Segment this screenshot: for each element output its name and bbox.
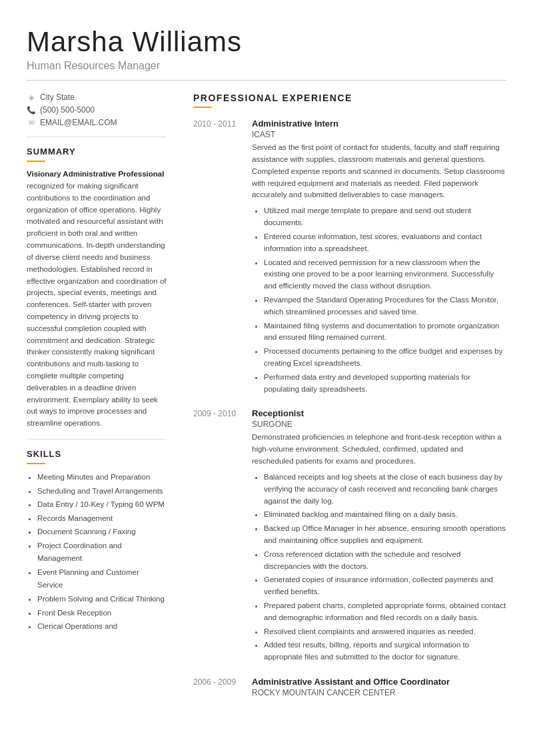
job-desc-1: Served as the first point of contact for… <box>252 142 506 201</box>
header-divider <box>27 80 506 81</box>
summary-section: SUMMARY Visionary Administrative Profess… <box>27 147 167 430</box>
skill-item: Scheduling and Travel Arrangements <box>37 485 167 498</box>
skill-item: Document Scanning / Faxing <box>37 526 167 539</box>
bullet: Utilized mail merge template to prepare … <box>264 205 506 229</box>
skill-item: Front Desk Reception <box>37 607 167 620</box>
job-header-2: 2009 - 2010 Receptionist <box>193 408 506 418</box>
summary-text-body: recognized for making significant contri… <box>27 182 167 427</box>
contact-location-text: City State <box>40 93 75 102</box>
skill-item: Records Management <box>37 512 167 526</box>
skill-item: Data Entry / 10-Key / Typing 60 WPM <box>37 498 167 512</box>
job-dates-1: 2010 - 2011 <box>193 119 241 129</box>
contact-section: ◈ City State 📞 (500) 500-5000 ✉ EMAIL@EM… <box>27 93 167 127</box>
skill-item: Problem Solving and Critical Thinking <box>37 593 167 606</box>
summary-divider <box>27 439 167 440</box>
left-column: ◈ City State 📞 (500) 500-5000 ✉ EMAIL@EM… <box>27 93 173 711</box>
email-icon: ✉ <box>27 118 36 127</box>
job-company-2: SURGONE <box>252 420 506 429</box>
summary-title: SUMMARY <box>27 147 167 157</box>
prof-exp-underline <box>193 107 212 108</box>
contact-email-text: EMAIL@EMAIL.COM <box>40 118 117 127</box>
job-block-1: 2010 - 2011 Administrative Intern ICAST … <box>193 119 506 395</box>
contact-email: ✉ EMAIL@EMAIL.COM <box>27 118 167 127</box>
skill-item: Event Planning and Customer Service <box>37 566 167 592</box>
job-title-company-3: Administrative Assistant and Office Coor… <box>252 677 506 687</box>
job-content-2: SURGONE Demonstrated proficiencies in te… <box>252 420 506 663</box>
bullet: Balanced receipts and log sheets at the … <box>264 472 506 507</box>
contact-divider <box>27 137 167 137</box>
skills-section: SKILLS Meeting Minutes and Preparation S… <box>27 449 167 633</box>
prof-exp-title: PROFESSIONAL EXPERIENCE <box>193 93 506 103</box>
job-company-3: ROCKY MOUNTAIN CANCER CENTER <box>252 688 506 697</box>
job-title-company-1: Administrative Intern <box>252 119 506 129</box>
summary-bold: Visionary Administrative Professional <box>27 170 164 178</box>
bullet: Added test results, billing, reports and… <box>264 639 506 663</box>
job-dates-3: 2006 - 2009 <box>193 677 241 687</box>
skills-title: SKILLS <box>27 449 167 459</box>
header: Marsha Williams Human Resources Manager <box>27 27 506 81</box>
pin-icon: ◈ <box>27 93 36 102</box>
bullet: Generated copies of insurance informatio… <box>264 574 506 598</box>
skills-list: Meeting Minutes and Preparation Scheduli… <box>27 471 167 633</box>
contact-location: ◈ City State <box>27 93 167 102</box>
bullet: Backed up Office Manager in her absence,… <box>264 523 506 547</box>
bullet: Located and received permission for a ne… <box>264 257 506 292</box>
job-dates-2: 2009 - 2010 <box>193 408 241 418</box>
job-desc-2: Demonstrated proficiencies in telephone … <box>252 432 506 467</box>
skills-underline <box>27 463 45 464</box>
skill-item: Meeting Minutes and Preparation <box>37 471 167 484</box>
bullet: Prepared patient charts, completed appro… <box>264 600 506 624</box>
job-block-3: 2006 - 2009 Administrative Assistant and… <box>193 677 506 697</box>
job-bullets-1: Utilized mail merge template to prepare … <box>252 205 506 395</box>
contact-phone: 📞 (500) 500-5000 <box>27 105 167 115</box>
job-header-3: 2006 - 2009 Administrative Assistant and… <box>193 677 506 687</box>
candidate-title: Human Resources Manager <box>27 60 506 72</box>
bullet: Maintained filing systems and documentat… <box>264 320 506 344</box>
summary-underline <box>27 161 45 162</box>
right-column: PROFESSIONAL EXPERIENCE 2010 - 2011 Admi… <box>193 93 506 711</box>
job-bullets-2: Balanced receipts and log sheets at the … <box>252 472 506 663</box>
main-content: ◈ City State 📞 (500) 500-5000 ✉ EMAIL@EM… <box>27 93 506 711</box>
job-title-1: Administrative Intern <box>252 119 506 129</box>
bullet: Eliminated backlog and maintained filing… <box>264 509 506 521</box>
job-block-2: 2009 - 2010 Receptionist SURGONE Demonst… <box>193 408 506 663</box>
candidate-name: Marsha Williams <box>27 27 506 57</box>
skill-item: Clerical Operations and <box>37 620 167 633</box>
job-header-1: 2010 - 2011 Administrative Intern <box>193 119 506 129</box>
job-title-3: Administrative Assistant and Office Coor… <box>252 677 506 687</box>
bullet: Entered course information, test scores,… <box>264 231 506 255</box>
job-content-3: ROCKY MOUNTAIN CANCER CENTER <box>252 688 506 697</box>
bullet: Resolved client complaints and answered … <box>264 626 506 638</box>
job-company-1: ICAST <box>252 130 506 139</box>
resume-page: Marsha Williams Human Resources Manager … <box>0 0 533 756</box>
job-title-2: Receptionist <box>252 408 506 418</box>
skill-item: Project Coordination and Management <box>37 540 167 566</box>
bullet: Revamped the Standard Operating Procedur… <box>264 294 506 318</box>
bullet: Performed data entry and developed suppo… <box>264 372 506 396</box>
bullet: Processed documents pertaining to the of… <box>264 346 506 370</box>
contact-phone-text: (500) 500-5000 <box>40 105 95 115</box>
bullet: Cross referenced dictation with the sche… <box>264 549 506 573</box>
summary-body: Visionary Administrative Professional re… <box>27 169 167 430</box>
phone-icon: 📞 <box>27 105 36 115</box>
job-content-1: ICAST Served as the first point of conta… <box>252 130 506 395</box>
job-title-company-2: Receptionist <box>252 408 506 418</box>
